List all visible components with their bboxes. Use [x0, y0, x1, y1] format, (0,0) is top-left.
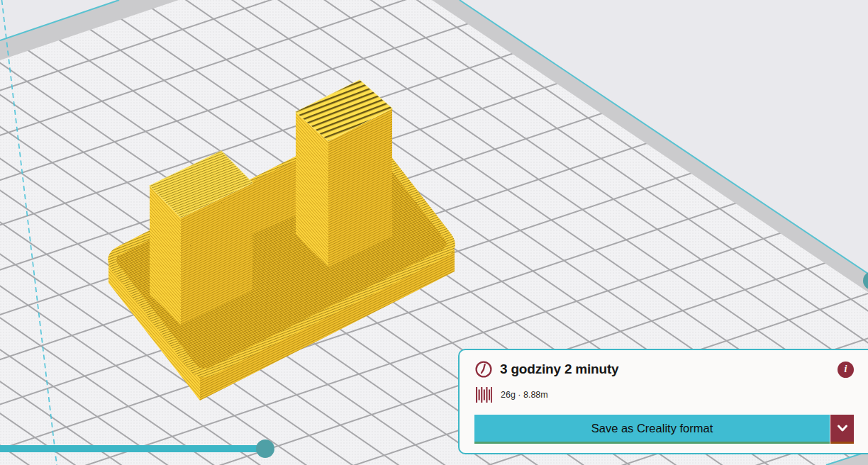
info-icon[interactable]: i: [838, 362, 854, 378]
save-format-dropdown-button[interactable]: [830, 415, 854, 444]
model-right-tower: [296, 80, 392, 267]
save-button[interactable]: Save as Creality format: [474, 415, 830, 444]
chevron-down-icon: [837, 424, 848, 432]
print-time-label: 3 godziny 2 minuty: [500, 362, 618, 377]
print-summary-panel: 3 godziny 2 minuty i 26g · 8.88m Save as…: [458, 349, 868, 454]
clock-icon: [474, 360, 493, 379]
material-usage-label: 26g · 8.88m: [501, 390, 548, 400]
filament-icon: [475, 386, 492, 403]
simulation-slider-handle[interactable]: [256, 439, 274, 458]
